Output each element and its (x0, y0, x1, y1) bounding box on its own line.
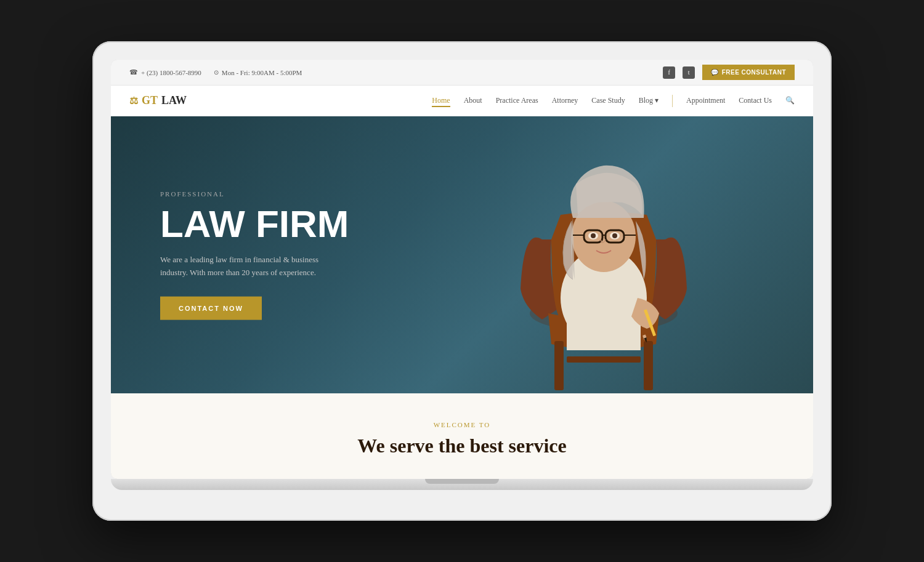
facebook-icon[interactable]: f (663, 66, 675, 79)
logo[interactable]: ⚖ GT LAW (129, 94, 187, 107)
nav-item-home[interactable]: Home (432, 96, 450, 105)
laptop-screen: ☎ + (23) 1800-567-8990 ⊙ Mon - Fri: 9:00… (111, 60, 813, 479)
nav-item-attorney[interactable]: Attorney (552, 96, 578, 105)
top-bar-right: f t 💬 FREE CONSULTANT (663, 65, 795, 80)
nav-divider (672, 95, 673, 107)
svg-point-15 (612, 233, 617, 238)
logo-law: LAW (161, 94, 187, 107)
welcome-tag: WELCOME TO (160, 421, 764, 428)
hero-person-image (487, 116, 721, 393)
contact-now-button[interactable]: CONTACT NOW (160, 296, 262, 319)
phone-info: ☎ + (23) 1800-567-8990 (129, 68, 201, 76)
nav-item-about[interactable]: About (464, 96, 482, 105)
nav-item-appointment[interactable]: Appointment (686, 96, 725, 105)
nav-search-icon[interactable]: 🔍 (785, 96, 795, 105)
welcome-section: WELCOME TO We serve the best service (111, 393, 813, 479)
nav-item-casestudy[interactable]: Case Study (591, 96, 625, 105)
top-bar: ☎ + (23) 1800-567-8990 ⊙ Mon - Fri: 9:00… (111, 60, 813, 86)
laptop-frame: ☎ + (23) 1800-567-8990 ⊙ Mon - Fri: 9:00… (92, 41, 832, 521)
twitter-icon[interactable]: t (683, 66, 695, 79)
welcome-title: We serve the best service (160, 435, 764, 457)
chat-icon: 💬 (711, 69, 719, 76)
phone-icon: ☎ (129, 68, 138, 76)
hero-tag: PROFESSIONAL (160, 190, 349, 198)
nav-item-blog[interactable]: Blog ▾ (639, 96, 659, 105)
navigation: ⚖ GT LAW Home About Practice Areas Attor… (111, 86, 813, 116)
hero-description: We are a leading law firm in financial &… (160, 254, 320, 279)
clock-icon: ⊙ (214, 69, 219, 76)
nav-item-contact[interactable]: Contact Us (739, 96, 772, 105)
phone-number: + (23) 1800-567-8990 (141, 69, 201, 76)
svg-rect-2 (644, 341, 653, 390)
consultant-button[interactable]: 💬 FREE CONSULTANT (702, 65, 795, 80)
hero-title: LAW FIRM (160, 204, 349, 244)
business-hours: Mon - Fri: 9:00AM - 5:00PM (222, 69, 302, 76)
hero-section: PROFESSIONAL LAW FIRM We are a leading l… (111, 116, 813, 393)
laptop-base (111, 479, 813, 490)
logo-icon: ⚖ (129, 95, 138, 106)
svg-rect-1 (554, 341, 564, 390)
top-bar-left: ☎ + (23) 1800-567-8990 ⊙ Mon - Fri: 9:00… (129, 68, 302, 76)
nav-links: Home About Practice Areas Attorney Case … (432, 95, 795, 107)
svg-point-14 (591, 233, 596, 238)
svg-rect-3 (567, 356, 641, 363)
hours-info: ⊙ Mon - Fri: 9:00AM - 5:00PM (214, 69, 302, 76)
nav-item-practice[interactable]: Practice Areas (496, 96, 538, 105)
hero-content: PROFESSIONAL LAW FIRM We are a leading l… (160, 190, 349, 320)
logo-gt: GT (142, 94, 158, 107)
